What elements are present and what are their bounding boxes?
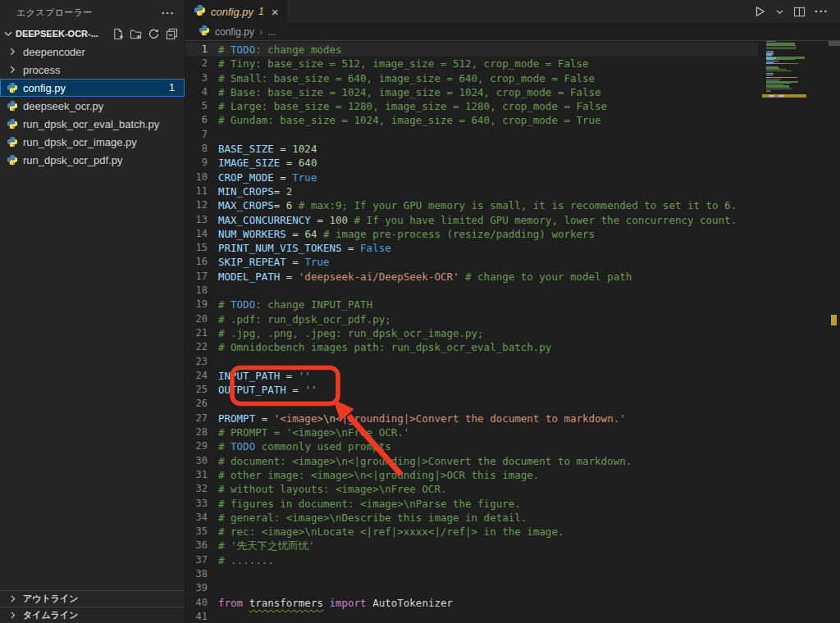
code-line-30[interactable]: 30# document: <image>\n<|grounding|>Conv… xyxy=(185,454,758,468)
code-editor[interactable]: 1# TODO: change modes2# Tiny: base_size … xyxy=(185,41,840,623)
code-line-20[interactable]: 20# .pdf: run_dpsk_ocr_pdf.py; xyxy=(185,312,758,326)
sidebar-item-config-py[interactable]: config.py1 xyxy=(0,79,185,97)
code-line-21[interactable]: 21# .jpg, .png, .jpeg: run_dpsk_ocr_imag… xyxy=(185,326,758,340)
code-line-12[interactable]: 12MAX_CROPS= 6 # max:9; If your GPU memo… xyxy=(185,198,758,212)
line-number: 16 xyxy=(185,255,208,269)
collapse-all-icon[interactable] xyxy=(166,28,178,40)
python-file-icon xyxy=(6,99,19,112)
code-line-16[interactable]: 16SKIP_REPEAT = True xyxy=(185,255,758,269)
code-line-3[interactable]: 3# Small: base_size = 640, image_size = … xyxy=(185,71,758,85)
code-line-5[interactable]: 5# Large: base_size = 1280, image_size =… xyxy=(185,99,758,113)
line-content: # PROMPT = '<image>\nFree OCR.' xyxy=(208,425,409,439)
outline-section[interactable]: アウトライン xyxy=(0,590,185,607)
code-line-41[interactable]: 41 xyxy=(185,610,758,623)
code-line-31[interactable]: 31# other image: <image>\n<|grounding|>O… xyxy=(185,468,758,482)
code-line-17[interactable]: 17MODEL_PATH = 'deepseek-ai/DeepSeek-OCR… xyxy=(185,270,758,284)
code-line-25[interactable]: 25OUTPUT_PATH = '' xyxy=(185,383,758,397)
line-number: 23 xyxy=(185,355,208,369)
chevron-down-icon[interactable] xyxy=(775,7,784,16)
python-file-icon xyxy=(6,117,19,130)
code-line-38[interactable]: 38 xyxy=(185,567,758,581)
line-content xyxy=(208,581,218,595)
split-editor-icon[interactable] xyxy=(793,6,806,18)
code-line-2[interactable]: 2# Tiny: base_size = 512, image_size = 5… xyxy=(185,57,758,70)
file-tree: deepencoderprocessconfig.py1deepseek_ocr… xyxy=(0,43,185,169)
code-line-26[interactable]: 26 xyxy=(185,397,758,411)
code-line-32[interactable]: 32# without layouts: <image>\nFree OCR. xyxy=(185,482,758,496)
chevron-right-icon xyxy=(6,45,19,58)
line-number: 37 xyxy=(185,553,208,567)
code-line-24[interactable]: 24INPUT_PATH = '' xyxy=(185,369,758,383)
line-number: 2 xyxy=(185,57,208,70)
code-line-22[interactable]: 22# Omnidocbench images path: run_dpsk_o… xyxy=(185,340,758,354)
timeline-section[interactable]: タイムライン xyxy=(0,607,185,623)
more-actions-icon[interactable]: ··· xyxy=(162,7,175,19)
sidebar-item-run-dpsk-ocr-image-py[interactable]: run_dpsk_ocr_image.py xyxy=(0,133,185,151)
code-line-4[interactable]: 4# Base: base_size = 1024, image_size = … xyxy=(185,85,758,99)
code-line-10[interactable]: 10CROP_MODE = True xyxy=(185,171,758,184)
line-content: SKIP_REPEAT = True xyxy=(208,255,329,269)
new-file-icon[interactable] xyxy=(112,28,124,40)
line-content: MIN_CROPS= 2 xyxy=(208,184,292,198)
sidebar-item-run-dpsk-ocr-pdf-py[interactable]: run_dpsk_ocr_pdf.py xyxy=(0,151,185,169)
line-content: # Base: base_size = 1024, image_size = 1… xyxy=(208,85,601,99)
code-line-27[interactable]: 27PROMPT = '<image>\n<|grounding|>Conver… xyxy=(185,412,758,425)
workspace-name: DEEPSEEK-OCR-... xyxy=(16,29,98,39)
line-number: 41 xyxy=(185,610,208,623)
minimap[interactable] xyxy=(762,41,806,148)
code-line-14[interactable]: 14NUM_WORKERS = 64 # image pre-process (… xyxy=(185,227,758,241)
code-line-40[interactable]: 40from transformers import AutoTokenizer xyxy=(185,596,758,610)
code-line-23[interactable]: 23 xyxy=(185,355,758,369)
code-line-35[interactable]: 35# rec: <image>\nLocate <|ref|>xxxx<|/r… xyxy=(185,525,758,539)
line-number: 31 xyxy=(185,468,208,482)
new-folder-icon[interactable] xyxy=(130,28,142,40)
code-line-36[interactable]: 36# '先天下之忧而忧' xyxy=(185,539,758,553)
tab-config-py[interactable]: config.py 1 × xyxy=(185,0,287,23)
more-actions-icon[interactable]: ··· xyxy=(815,5,829,18)
sidebar-item-process[interactable]: process xyxy=(0,61,185,79)
code-line-6[interactable]: 6# Gundam: base_size = 1024, image_size … xyxy=(185,113,758,127)
line-content: # TODO commonly used prompts xyxy=(208,439,391,453)
file-label: run_dpsk_ocr_pdf.py xyxy=(23,154,122,166)
code-line-29[interactable]: 29# TODO commonly used prompts xyxy=(185,439,758,453)
line-number: 22 xyxy=(185,340,208,354)
code-line-7[interactable]: 7 xyxy=(185,128,758,142)
minimap-line xyxy=(762,97,806,98)
code-line-1[interactable]: 1# TODO: change modes xyxy=(185,43,758,57)
code-line-33[interactable]: 33# figures in document: <image>\nParse … xyxy=(185,497,758,511)
line-content xyxy=(208,397,218,411)
line-number: 36 xyxy=(185,539,208,553)
code-line-13[interactable]: 13MAX_CONCURRENCY = 100 # If you have li… xyxy=(185,213,758,227)
line-number: 8 xyxy=(185,142,208,156)
code-line-39[interactable]: 39 xyxy=(185,581,758,595)
workspace-section-header[interactable]: DEEPSEEK-OCR-... xyxy=(0,25,185,43)
scrollbar-thumb[interactable] xyxy=(829,41,840,46)
code-line-19[interactable]: 19# TODO: change INPUT_PATH xyxy=(185,298,758,312)
line-number: 15 xyxy=(185,241,208,255)
code-line-9[interactable]: 9IMAGE_SIZE = 640 xyxy=(185,156,758,170)
line-number: 21 xyxy=(185,326,208,340)
line-content: # rec: <image>\nLocate <|ref|>xxxx<|/ref… xyxy=(208,525,564,539)
code-line-37[interactable]: 37# ....... xyxy=(185,553,758,567)
sidebar-item-run-dpsk-ocr-eval-batch-py[interactable]: run_dpsk_ocr_eval_batch.py xyxy=(0,115,185,133)
line-content: BASE_SIZE = 1024 xyxy=(208,142,317,156)
close-icon[interactable]: × xyxy=(272,5,279,19)
refresh-icon[interactable] xyxy=(148,28,160,40)
breadcrumb-file[interactable]: config.py xyxy=(215,26,254,38)
code-line-18[interactable]: 18 xyxy=(185,284,758,298)
code-line-15[interactable]: 15PRINT_NUM_VIS_TOKENS = False xyxy=(185,241,758,255)
sidebar-item-deepencoder[interactable]: deepencoder xyxy=(0,43,185,61)
sidebar-footer: アウトライン タイムライン xyxy=(0,590,185,623)
line-number: 3 xyxy=(185,71,208,85)
code-line-8[interactable]: 8BASE_SIZE = 1024 xyxy=(185,142,758,156)
overview-warning-marker xyxy=(831,315,837,325)
code-line-28[interactable]: 28# PROMPT = '<image>\nFree OCR.' xyxy=(185,425,758,439)
sidebar-item-deepseek-ocr-py[interactable]: deepseek_ocr.py xyxy=(0,97,185,115)
python-file-icon xyxy=(6,135,19,148)
line-number: 20 xyxy=(185,312,208,326)
code-line-11[interactable]: 11MIN_CROPS= 2 xyxy=(185,184,758,198)
line-content xyxy=(208,128,218,142)
code-line-34[interactable]: 34# general: <image>\nDescribe this imag… xyxy=(185,511,758,525)
breadcrumb-more[interactable]: ... xyxy=(267,26,276,38)
run-icon[interactable] xyxy=(753,5,766,18)
